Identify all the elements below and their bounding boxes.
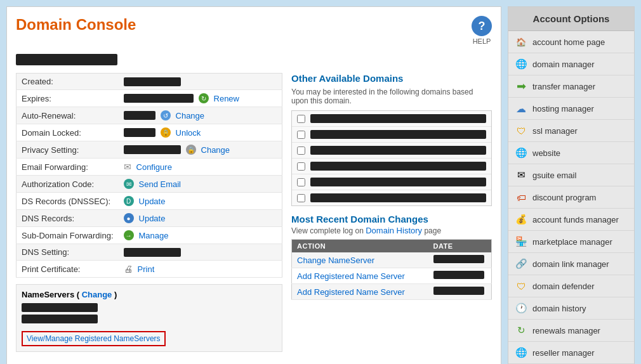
sidebar-item-domain-link-manager[interactable]: 🔗 domain link manager xyxy=(508,253,634,275)
sidebar-item-label: discount program xyxy=(532,193,596,202)
domain-checkbox-1[interactable] xyxy=(297,115,305,123)
nameservers-close-paren: ) xyxy=(114,290,117,299)
table-row: Privacy Setting: 🔒 Change xyxy=(17,141,282,159)
refresh-icon: ↻ xyxy=(515,324,527,337)
sidebar: Account Options 🏠 account home page 🌐 do… xyxy=(508,6,635,364)
domain-checkbox-4[interactable] xyxy=(297,162,305,171)
table-row: DNS Records: ● Update xyxy=(17,210,282,227)
house-icon: 🏠 xyxy=(515,36,527,48)
col-action-header: ACTION xyxy=(292,240,428,253)
renew-icon: ↻ xyxy=(199,93,209,103)
domain-checkbox-2[interactable] xyxy=(297,131,305,139)
table-row: Email Forwarding: ✉ Configure xyxy=(17,159,282,176)
dnsrecords-icon: ● xyxy=(124,213,134,223)
clock-icon: 🕐 xyxy=(515,302,527,315)
sidebar-item-gsuite-email[interactable]: ✉ gsuite email xyxy=(508,164,634,186)
field-label: Authorization Code: xyxy=(17,176,119,193)
sidebar-item-label: website xyxy=(532,148,560,158)
sidebar-item-reseller-manager[interactable]: 🌐 reseller manager xyxy=(508,342,634,364)
list-item xyxy=(292,111,491,127)
table-header-row: ACTION DATE xyxy=(292,240,492,253)
discount-icon: 🏷 xyxy=(515,191,527,204)
field-value-bar xyxy=(124,248,181,257)
sidebar-item-domain-defender[interactable]: 🛡 domain defender xyxy=(508,275,634,297)
sidebar-item-label: account home page xyxy=(532,37,605,47)
sidebar-item-domain-history[interactable]: 🕐 domain history xyxy=(508,297,634,320)
privacy-change-link[interactable]: Change xyxy=(201,145,230,155)
recent-changes-desc: View complete log on Domain History page xyxy=(291,226,492,235)
domain-checkbox-5[interactable] xyxy=(297,178,305,186)
field-label: Print Certificate: xyxy=(17,261,119,278)
change-date-bar xyxy=(433,255,484,263)
domain-history-link[interactable]: Domain History xyxy=(366,226,422,235)
domain-item-bar xyxy=(310,146,486,155)
unlock-link[interactable]: Unlock xyxy=(176,128,201,138)
subdomain-manage-link[interactable]: Manage xyxy=(139,231,169,240)
domain-checkbox-3[interactable] xyxy=(297,146,305,155)
renew-link[interactable]: Renew xyxy=(214,94,239,103)
help-area: ? HELP xyxy=(472,16,492,45)
list-item xyxy=(292,143,491,159)
sidebar-item-discount-program[interactable]: 🏷 discount program xyxy=(508,186,634,209)
sidebar-item-domain-manager[interactable]: 🌐 domain manager xyxy=(508,53,634,75)
ns-value-2 xyxy=(22,315,98,323)
change-nameserver-link[interactable]: Change NameServer xyxy=(297,256,374,265)
recent-changes-page-text: page xyxy=(424,226,441,235)
sidebar-item-label: domain defender xyxy=(532,282,595,291)
dsrecords-update-link[interactable]: Update xyxy=(139,197,166,206)
print-link[interactable]: Print xyxy=(138,264,155,274)
arrow-right-icon: ➡ xyxy=(515,80,527,93)
sidebar-item-marketplace-manager[interactable]: 🏪 marketplace manager xyxy=(508,231,634,253)
table-row: Add Registered Name Server xyxy=(292,268,492,284)
domain-list xyxy=(291,110,492,206)
table-row: Add Registered Name Server xyxy=(292,284,492,300)
content-area: Domain Console ? HELP Created: xyxy=(6,6,501,364)
configure-link[interactable]: Configure xyxy=(136,162,172,172)
store-icon: 🏪 xyxy=(515,235,527,248)
autorenewal-change-link[interactable]: Change xyxy=(176,111,205,120)
field-label: Email Forwarding: xyxy=(17,159,119,176)
dnsrecords-update-link[interactable]: Update xyxy=(139,214,166,223)
add-registered-ns-link-1[interactable]: Add Registered Name Server xyxy=(297,271,405,281)
sidebar-item-hosting-manager[interactable]: ☁ hosting manager xyxy=(508,98,634,120)
autorenewal-icon: ↺ xyxy=(161,110,171,120)
globe-blue-icon: 🌐 xyxy=(515,146,527,159)
dsrecords-icon: D xyxy=(124,196,134,206)
help-button[interactable]: ? xyxy=(472,16,492,36)
sidebar-item-website[interactable]: 🌐 website xyxy=(508,142,634,164)
view-manage-nameservers-link[interactable]: View/Manage Registered NameServers xyxy=(22,331,166,346)
nameservers-label: NameServers ( xyxy=(22,290,82,299)
authcode-icon: ✉ xyxy=(124,179,134,189)
sidebar-item-transfer-manager[interactable]: ➡ transfer manager xyxy=(508,75,634,98)
table-row: Change NameServer xyxy=(292,252,492,268)
list-item xyxy=(292,174,491,190)
sidebar-item-label: domain link manager xyxy=(532,259,609,269)
table-row: Expires: ↻ Renew xyxy=(17,90,282,107)
coin-icon: 💰 xyxy=(515,213,527,226)
right-panel: Other Available Domains You may be inter… xyxy=(291,73,492,352)
field-value-bar xyxy=(124,77,181,86)
recent-changes-title: Most Recent Domain Changes xyxy=(291,214,492,224)
sidebar-item-ssl-manager[interactable]: 🛡 ssl manager xyxy=(508,120,634,142)
sendemail-link[interactable]: Send Email xyxy=(139,179,181,189)
sidebar-item-renewals-manager[interactable]: ↻ renewals manager xyxy=(508,320,634,342)
table-row: Created: xyxy=(17,74,282,90)
domain-checkbox-6[interactable] xyxy=(297,194,305,202)
email-icon: ✉ xyxy=(124,162,131,172)
table-row: Sub-Domain Forwarding: → Manage xyxy=(17,227,282,244)
nameservers-change-link[interactable]: Change xyxy=(82,290,112,299)
table-row: Auto-Renewal: ↺ Change xyxy=(17,107,282,124)
sidebar-header: Account Options xyxy=(508,7,634,31)
sidebar-item-label: transfer manager xyxy=(532,82,595,91)
field-label: Created: xyxy=(17,74,119,90)
sidebar-item-label: renewals manager xyxy=(532,326,600,335)
nameservers-title: NameServers ( Change ) xyxy=(22,290,277,299)
domain-item-bar xyxy=(310,130,486,139)
cloud-icon: ☁ xyxy=(515,102,527,115)
sidebar-item-account-funds-manager[interactable]: 💰 account funds manager xyxy=(508,209,634,231)
globe-multi-icon: 🌐 xyxy=(515,58,527,70)
field-label: Privacy Setting: xyxy=(17,141,119,159)
add-registered-ns-link-2[interactable]: Add Registered Name Server xyxy=(297,287,405,297)
change-date-bar xyxy=(433,271,484,279)
sidebar-item-account-home[interactable]: 🏠 account home page xyxy=(508,31,634,53)
